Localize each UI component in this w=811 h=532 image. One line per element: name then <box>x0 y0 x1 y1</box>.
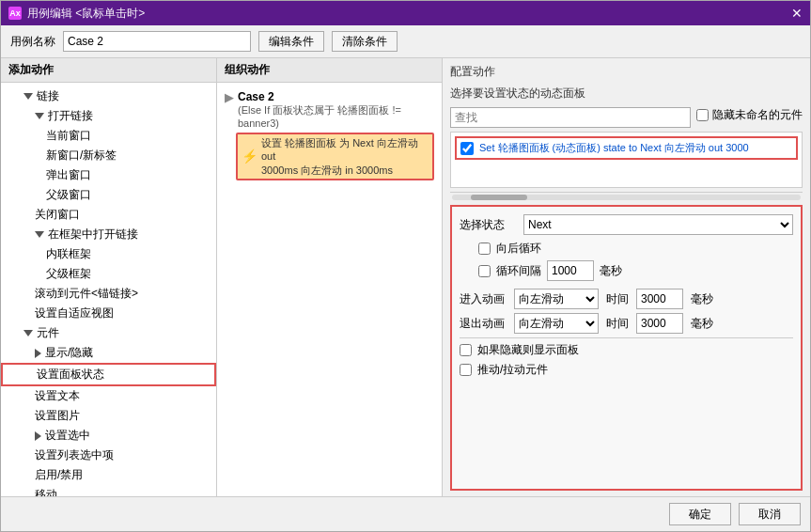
enter-anim-select[interactable]: 向左滑动 向右滑动 向上滑动 向下滑动 淡入淡出 <box>514 289 599 309</box>
state-select[interactable]: Next Previous First Last <box>523 214 793 235</box>
search-input[interactable] <box>450 107 691 128</box>
tree-item-set-panel-state[interactable]: 设置面板状态 <box>1 363 216 386</box>
left-panel: 添加动作 链接 打开链接 当前窗口 新窗口/新标签 弹出窗口 <box>1 58 217 496</box>
tree-item-new-tab[interactable]: 新窗口/新标签 <box>1 146 216 165</box>
tree-item-label: 设置面板状态 <box>37 367 104 383</box>
tree-item-popup[interactable]: 弹出窗口 <box>1 165 216 185</box>
top-bar: 用例名称 编辑条件 清除条件 <box>1 25 810 58</box>
action-list-item[interactable]: Set 轮播图面板 (动态面板) state to Next 向左滑动 out … <box>455 136 798 160</box>
clear-condition-button[interactable]: 清除条件 <box>332 31 398 52</box>
loop-interval-checkbox[interactable] <box>478 265 491 277</box>
enter-time-input[interactable] <box>636 289 683 309</box>
tree-item-label: 打开链接 <box>48 108 93 124</box>
tree-item-label: 设置自适应视图 <box>35 305 114 321</box>
org-action-item[interactable]: ⚡ 设置 轮播图面板 为 Next 向左滑动 out 3000ms 向左滑动 i… <box>236 133 434 180</box>
tree-item-auto-fit[interactable]: 设置自适应视图 <box>1 304 216 323</box>
push-widgets-checkbox[interactable] <box>460 364 472 376</box>
window-title: 用例编辑 <鼠标单击时> <box>27 6 145 22</box>
show-on-hide-row: 如果隐藏则显示面板 <box>460 342 793 358</box>
organize-tree: ▶ Case 2 (Else If 面板状态属于 轮播图面板 != banner… <box>217 83 442 496</box>
expand-icon <box>23 93 33 100</box>
scrollbar-thumb[interactable] <box>471 195 527 200</box>
tree-item-label: 设置选中 <box>45 428 90 444</box>
expand-icon <box>35 231 44 238</box>
tree-item-label: 设置列表选中项 <box>35 447 114 463</box>
state-select-row: 选择状态 Next Previous First Last <box>460 214 793 235</box>
tree-item-label: 设置文本 <box>35 388 80 404</box>
hide-unnamed-checkbox[interactable] <box>696 109 709 121</box>
tree-item-components[interactable]: 元件 <box>1 323 216 343</box>
tree-item-label: 关闭窗口 <box>35 207 80 223</box>
hide-unnamed-label: 隐藏未命名的元件 <box>712 107 803 123</box>
right-panel: 配置动作 选择要设置状态的动态面板 隐藏未命名的元件 Set 轮播图面板 (动态… <box>443 58 810 496</box>
show-on-hide-checkbox[interactable] <box>460 344 472 356</box>
cancel-button[interactable]: 取消 <box>739 503 801 525</box>
org-case: ▶ Case 2 (Else If 面板状态属于 轮播图面板 != banner… <box>221 86 438 184</box>
tree-item-links[interactable]: 链接 <box>1 86 216 106</box>
use-case-input[interactable] <box>63 31 251 52</box>
exit-time-input[interactable] <box>636 313 683 334</box>
horizontal-scrollbar[interactable] <box>450 192 803 201</box>
tree-item-set-text[interactable]: 设置文本 <box>1 386 216 406</box>
loop-back-checkbox[interactable] <box>478 243 491 255</box>
tree-item-label: 弹出窗口 <box>46 167 91 183</box>
expand-icon <box>23 330 33 336</box>
hide-unnamed-row: 隐藏未命名的元件 <box>696 107 803 123</box>
tree-item-set-selected[interactable]: 设置选中 <box>1 426 216 446</box>
tree-item-open-link[interactable]: 打开链接 <box>1 106 216 126</box>
close-button[interactable]: ✕ <box>791 6 803 21</box>
config-top: 隐藏未命名的元件 <box>450 107 803 128</box>
select-panel-label: 选择要设置状态的动态面板 <box>450 86 803 103</box>
title-bar-left: Ax 用例编辑 <鼠标单击时> <box>8 6 145 22</box>
state-select-label: 选择状态 <box>460 217 516 233</box>
use-case-label: 用例名称 <box>10 34 55 50</box>
expand-icon <box>35 349 41 358</box>
tree-item-move[interactable]: 移动 <box>1 485 216 496</box>
tree-item-show-hide[interactable]: 显示/隐藏 <box>1 343 216 363</box>
enter-time-label: 时间 <box>606 291 629 307</box>
enter-anim-row: 进入动画 向左滑动 向右滑动 向上滑动 向下滑动 淡入淡出 时间 毫秒 <box>460 289 793 309</box>
edit-condition-button[interactable]: 编辑条件 <box>258 31 324 52</box>
push-widgets-row: 推动/拉动元件 <box>460 362 793 378</box>
action-list: Set 轮播图面板 (动态面板) state to Next 向左滑动 out … <box>450 132 803 188</box>
tree-item-label: 滚动到元件<锚链接> <box>35 286 138 302</box>
tree-item-label: 父级框架 <box>46 266 91 282</box>
tree-item-label: 元件 <box>37 325 59 341</box>
tree-item-current-window[interactable]: 当前窗口 <box>1 126 216 146</box>
tree-item-set-list-item[interactable]: 设置列表选中项 <box>1 446 216 465</box>
exit-anim-row: 退出动画 向左滑动 向右滑动 向上滑动 向下滑动 淡入淡出 时间 毫秒 <box>460 313 793 334</box>
action-checkbox[interactable] <box>460 142 474 155</box>
middle-panel-header: 组织动作 <box>217 58 442 83</box>
exit-anim-select[interactable]: 向左滑动 向右滑动 向上滑动 向下滑动 淡入淡出 <box>514 313 599 334</box>
tree-item-label: 当前窗口 <box>46 128 91 144</box>
tree-item-label: 移动 <box>35 487 57 496</box>
tree-item-enable-disable[interactable]: 启用/禁用 <box>1 465 216 485</box>
tree-item-parent-window[interactable]: 父级窗口 <box>1 185 216 205</box>
tree-item-label: 显示/隐藏 <box>45 345 93 361</box>
tree-container: 链接 打开链接 当前窗口 新窗口/新标签 弹出窗口 父级窗口 <box>1 83 216 496</box>
loop-interval-input[interactable] <box>547 260 594 281</box>
tree-item-inline-frame[interactable]: 内联框架 <box>1 244 216 264</box>
exit-time-label: 时间 <box>606 316 629 332</box>
tree-item-label: 父级窗口 <box>46 187 91 203</box>
left-panel-header: 添加动作 <box>1 58 216 83</box>
loop-interval-unit: 毫秒 <box>600 263 622 279</box>
tree-item-close-window[interactable]: 关闭窗口 <box>1 205 216 225</box>
tree-item-label: 链接 <box>37 88 59 104</box>
tree-item-label: 启用/禁用 <box>35 467 83 483</box>
scrollbar-track <box>452 195 801 200</box>
tree-item-label: 新窗口/新标签 <box>46 148 117 164</box>
app-icon: Ax <box>8 7 22 20</box>
tree-item-label: 设置图片 <box>35 408 80 424</box>
ok-button[interactable]: 确定 <box>669 503 731 525</box>
tree-item-parent-frame[interactable]: 父级框架 <box>1 264 216 284</box>
exit-time-unit: 毫秒 <box>691 316 713 332</box>
loop-back-label: 向后循环 <box>496 241 541 257</box>
tree-item-set-image[interactable]: 设置图片 <box>1 406 216 426</box>
tree-item-open-in-frame[interactable]: 在框架中打开链接 <box>1 225 216 244</box>
middle-panel: 组织动作 ▶ Case 2 (Else If 面板状态属于 轮播图面板 != b… <box>217 58 443 496</box>
bottom-checkboxes: 如果隐藏则显示面板 推动/拉动元件 <box>460 342 793 378</box>
tree-item-scroll-to[interactable]: 滚动到元件<锚链接> <box>1 284 216 304</box>
title-bar: Ax 用例编辑 <鼠标单击时> ✕ <box>1 1 810 25</box>
config-bottom: 选择状态 Next Previous First Last 向后循环 循环间隔 <box>450 205 803 491</box>
